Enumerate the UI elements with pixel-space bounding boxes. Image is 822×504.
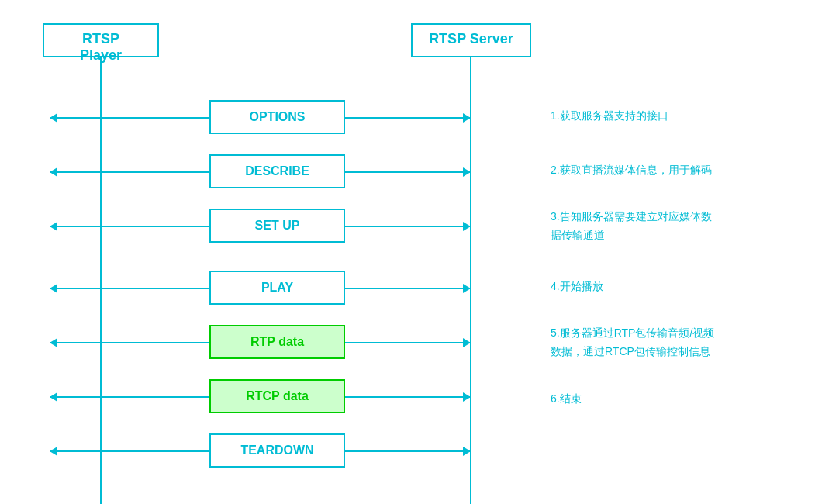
desc-options: 1.获取服务器支持的接口 bbox=[551, 107, 799, 124]
actor-player: RTSP Player bbox=[43, 23, 159, 57]
desc-setup: 3.告知服务器需要建立对应媒体数据传输通道 bbox=[551, 208, 791, 245]
msg-box-options: OPTIONS bbox=[209, 100, 345, 134]
actor-server: RTSP Server bbox=[411, 23, 531, 57]
msg-box-teardown: TEARDOWN bbox=[209, 433, 345, 468]
actor-server-label: RTSP Server bbox=[429, 31, 513, 47]
lifeline-player bbox=[100, 57, 102, 504]
msg-box-describe: DESCRIBE bbox=[209, 154, 345, 188]
desc-describe: 2.获取直播流媒体信息，用于解码 bbox=[551, 161, 799, 178]
lifeline-server bbox=[470, 57, 471, 504]
desc-rtp: 5.服务器通过RTP包传输音频/视频数据，通过RTCP包传输控制信息 bbox=[551, 324, 799, 361]
desc-rtcp: 6.结束 bbox=[551, 390, 799, 407]
msg-box-play: PLAY bbox=[209, 271, 345, 305]
desc-play: 4.开始播放 bbox=[551, 278, 799, 295]
msg-box-setup: SET UP bbox=[209, 209, 345, 243]
diagram: RTSP Player RTSP Server OPTIONS DESCRIBE… bbox=[0, 0, 822, 504]
msg-box-rtp: RTP data bbox=[209, 325, 345, 359]
msg-box-rtcp: RTCP data bbox=[209, 379, 345, 413]
